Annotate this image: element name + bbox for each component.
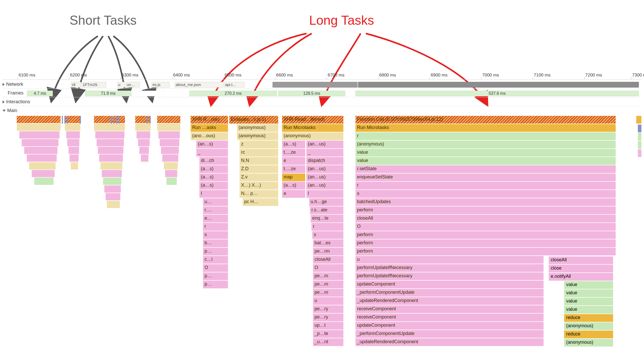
- flame-cell[interactable]: Z.v: [240, 174, 278, 182]
- network-request[interactable]: es.js: [151, 82, 170, 88]
- flame-cell[interactable]: [67, 139, 79, 147]
- flame-cell[interactable]: [135, 124, 151, 131]
- flame-cell[interactable]: (an…us): [306, 165, 343, 174]
- flame-cell[interactable]: u.h…ge: [309, 198, 343, 206]
- flame-cell[interactable]: p…: [203, 248, 228, 256]
- flame-cell[interactable]: [107, 201, 120, 209]
- flame-sliver[interactable]: [116, 116, 117, 124]
- flame-cell[interactable]: Evaluate…s.js:1): [229, 116, 278, 124]
- flame-cell[interactable]: (anonymous): [355, 141, 616, 149]
- network-request[interactable]: cli: [71, 82, 81, 88]
- flame-cell[interactable]: dispatch: [306, 157, 343, 165]
- network-request[interactable]: u: [117, 82, 125, 88]
- flame-cell[interactable]: [34, 178, 54, 185]
- flame-sliver[interactable]: [113, 116, 114, 124]
- flame-cell[interactable]: [100, 162, 122, 170]
- flame-cell[interactable]: Run …asks: [191, 124, 228, 132]
- flame-cell[interactable]: [71, 162, 78, 170]
- frames-track[interactable]: Frames 4.7 ms71.9 ms270.2 ms128.5 ms537.…: [3, 90, 641, 97]
- flame-cell[interactable]: (a…s): [282, 141, 305, 149]
- flame-sliver[interactable]: [64, 116, 65, 124]
- flame-cell[interactable]: l: [199, 190, 228, 198]
- flame-cell[interactable]: Z.D: [240, 165, 278, 174]
- flame-cell[interactable]: Function Call (0.5f7c99157096ec64.js:12): [355, 116, 616, 124]
- flame-cell[interactable]: (an…us): [306, 182, 343, 190]
- flame-cell[interactable]: t.…ze: [282, 165, 305, 174]
- network-request[interactable]: [273, 82, 358, 88]
- flame-cell[interactable]: [69, 147, 79, 154]
- flame-cell[interactable]: [638, 133, 641, 141]
- network-request[interactable]: about_me.json: [175, 82, 224, 88]
- main-track-title[interactable]: Main: [3, 108, 17, 113]
- flame-cell[interactable]: value: [564, 306, 613, 314]
- flame-cell[interactable]: _updateRenderedComponent: [355, 297, 544, 305]
- frame-block[interactable]: 270.2 ms: [189, 91, 277, 96]
- flame-cell[interactable]: p…: [203, 272, 228, 281]
- flame-cell[interactable]: pe…ry: [313, 305, 343, 314]
- flame-cell[interactable]: r.setState: [355, 165, 616, 174]
- flame-cell[interactable]: [19, 131, 60, 139]
- main-flame-chart[interactable]: XHR R…rue)Run …asks(ano…ous)(an…s)_di…ch…: [3, 116, 641, 362]
- flame-cell[interactable]: r: [355, 132, 616, 141]
- flame-cell[interactable]: value: [564, 281, 613, 289]
- flame-cell[interactable]: enq…te: [311, 215, 343, 223]
- flame-sliver[interactable]: [67, 116, 68, 124]
- flame-cell[interactable]: closeAll: [313, 256, 343, 264]
- flame-cell[interactable]: _: [306, 149, 343, 157]
- flame-cell[interactable]: s: [312, 231, 343, 239]
- flame-cell[interactable]: [162, 154, 178, 162]
- flame-cell[interactable]: [141, 154, 148, 162]
- flame-cell[interactable]: z: [240, 141, 278, 149]
- flame-cell[interactable]: N… p…: [240, 190, 278, 198]
- flame-cell[interactable]: u: [313, 297, 343, 305]
- flame-cell[interactable]: [66, 131, 80, 139]
- flame-sliver[interactable]: [111, 116, 112, 124]
- flame-cell[interactable]: perform: [355, 239, 616, 248]
- flame-cell[interactable]: O: [313, 264, 343, 272]
- flame-cell[interactable]: [70, 154, 79, 162]
- flame-cell[interactable]: b…: [203, 239, 228, 248]
- flame-cell[interactable]: value: [564, 298, 613, 306]
- timeline-ruler[interactable]: 6100 ms 6200 ms 6300 ms 6400 ms 6500 ms …: [3, 74, 641, 80]
- flame-cell[interactable]: [636, 116, 641, 124]
- flame-cell[interactable]: perform: [355, 231, 616, 239]
- flame-cell[interactable]: closeAll: [549, 256, 613, 265]
- flame-sliver[interactable]: [118, 116, 120, 124]
- short-task[interactable]: [135, 116, 151, 124]
- flame-cell[interactable]: receiveComponent: [355, 314, 544, 322]
- flame-cell[interactable]: [638, 149, 641, 158]
- flame-cell[interactable]: reduce: [564, 314, 613, 322]
- flame-cell[interactable]: pe…ry: [313, 314, 343, 322]
- network-request[interactable]: [358, 82, 639, 88]
- flame-cell[interactable]: N.N: [240, 157, 278, 165]
- short-task[interactable]: [94, 116, 125, 124]
- flame-cell[interactable]: [99, 154, 123, 162]
- flame-cell[interactable]: [95, 131, 124, 139]
- flame-cell[interactable]: e.notifyAll: [549, 273, 613, 281]
- flame-cell[interactable]: r.…: [203, 206, 228, 215]
- flame-cell[interactable]: X…) X…): [240, 182, 278, 190]
- flame-cell[interactable]: value: [355, 157, 616, 165]
- flame-cell[interactable]: perform: [355, 248, 616, 256]
- flame-cell[interactable]: [166, 178, 177, 185]
- flame-cell[interactable]: u…: [203, 198, 228, 206]
- flame-cell[interactable]: [137, 131, 150, 139]
- flame-cell[interactable]: XHR R…rue): [191, 116, 228, 124]
- flame-cell[interactable]: [29, 162, 55, 170]
- flame-cell[interactable]: _u…nt: [313, 338, 343, 347]
- flame-sliver[interactable]: [147, 116, 148, 124]
- flame-cell[interactable]: [27, 154, 57, 162]
- flame-sliver[interactable]: [62, 116, 63, 124]
- frame-block[interactable]: [133, 91, 164, 96]
- flame-cell[interactable]: pe…m: [313, 289, 343, 297]
- interactions-track[interactable]: Interactions: [3, 98, 641, 106]
- flame-cell[interactable]: [97, 139, 124, 147]
- flame-cell[interactable]: O: [203, 264, 228, 272]
- flame-cell[interactable]: (an…s): [196, 141, 228, 149]
- flame-cell[interactable]: [103, 178, 121, 185]
- short-task[interactable]: [17, 116, 61, 124]
- flame-cell[interactable]: _updateRenderedComponent: [355, 338, 544, 347]
- network-track[interactable]: Network cli1FTm29.uun…es.jsabout_me.json…: [3, 81, 641, 89]
- flame-cell[interactable]: (anonymous): [237, 124, 278, 132]
- flame-cell[interactable]: r.s…ate: [310, 206, 343, 215]
